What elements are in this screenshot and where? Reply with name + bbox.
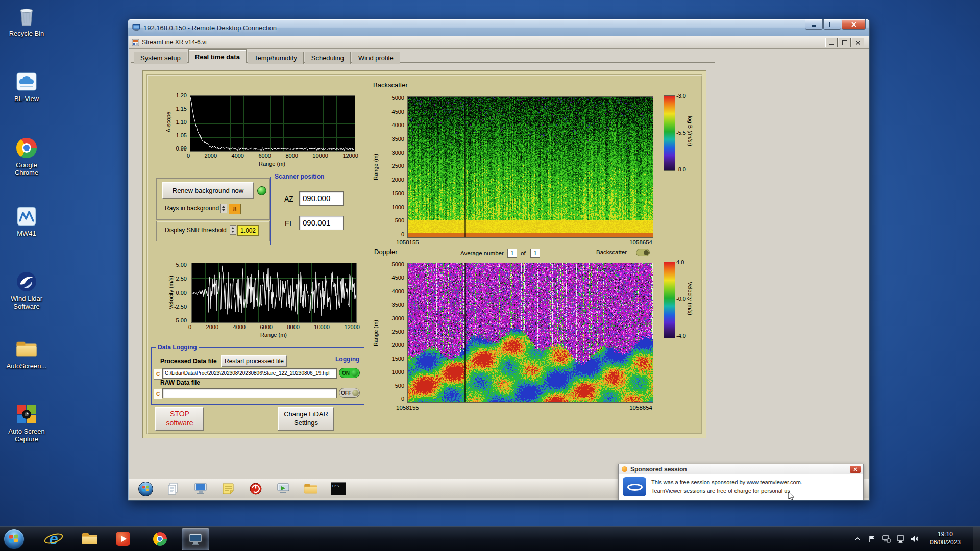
remote-computer-icon[interactable]	[193, 481, 208, 496]
rays-spinner[interactable]	[220, 204, 227, 213]
remote-start-orb[interactable]	[138, 481, 153, 496]
change-button-line2: Settings	[294, 419, 318, 427]
tick-label: -5.00	[174, 317, 187, 323]
remote-power-icon[interactable]	[248, 481, 263, 496]
volume-icon[interactable]	[909, 535, 920, 542]
restart-processed-file-button[interactable]: Restart processed file	[221, 355, 287, 367]
tick-label: 0	[401, 231, 404, 237]
scanner-position-title: Scanner position	[273, 173, 326, 180]
average-count-field[interactable]: 1	[530, 249, 540, 258]
tick-label: 1.05	[176, 132, 187, 138]
desktop-icon-recycle-bin[interactable]: Recycle Bin	[4, 5, 49, 37]
snr-spinner[interactable]	[230, 225, 236, 235]
app-titlebar[interactable]: StreamLine XR v14-6.vi	[129, 36, 869, 49]
desktop-icon-label: AutoScreen...	[4, 362, 49, 370]
tab-temp-humidity[interactable]: Temp/humidity	[248, 52, 304, 64]
rays-value[interactable]: 8	[229, 204, 241, 214]
raw-path-field[interactable]	[162, 388, 337, 398]
renew-background-button[interactable]: Renew background now	[162, 182, 254, 199]
taskbar-explorer[interactable]	[78, 528, 102, 549]
stop-software-button[interactable]: STOP software	[155, 407, 204, 431]
backscatter-colorbar	[664, 95, 675, 171]
backscatter-toggle[interactable]	[636, 249, 650, 256]
remote-folder-icon[interactable]	[303, 481, 318, 496]
toggle-knob	[644, 250, 649, 255]
clock[interactable]: 19:10 06/08/2023	[922, 531, 969, 546]
show-desktop-button[interactable]	[973, 527, 980, 551]
popup-close-button[interactable]	[850, 466, 861, 473]
processed-path-field[interactable]: C:\Lidar\Data\Proc\2023\202308\20230806\…	[162, 368, 337, 379]
doppler-title: Doppler	[374, 248, 398, 256]
sponsored-session-popup: Sponsored session This was a free sessio…	[618, 464, 864, 500]
az-field[interactable]: 090.000	[299, 191, 344, 206]
tab-scheduling[interactable]: Scheduling	[305, 52, 351, 64]
change-lidar-settings-button[interactable]: Change LiDAR Settings	[278, 407, 334, 431]
remote-terminal-icon[interactable]: C:\	[331, 481, 346, 496]
start-button[interactable]	[4, 529, 24, 549]
wind-lidar-icon	[15, 270, 38, 293]
desktop-icon-auto-screen-capture[interactable]: Auto Screen Capture	[4, 403, 49, 443]
desktop-icon-bl-view[interactable]: BL-View	[4, 70, 49, 103]
rdp-maximize-button[interactable]	[823, 19, 841, 30]
toggle-on-label: ON	[342, 370, 350, 376]
app-close-button[interactable]	[852, 38, 864, 47]
tick-label: 1.20	[176, 92, 187, 98]
realtime-panel: A-scope 1.201.151.101.050.99 02000400060…	[142, 70, 706, 438]
el-field[interactable]: 090.001	[299, 216, 344, 230]
remote-capture-icon[interactable]	[276, 481, 291, 496]
tick-label: 3000	[392, 315, 404, 321]
average-number-label: Average number	[460, 250, 504, 256]
of-label: of	[521, 250, 526, 256]
remote-notes-icon[interactable]	[220, 481, 236, 496]
tick-label: 0	[401, 396, 404, 402]
rays-in-background-label: Rays in background	[165, 205, 219, 212]
desktop-icon-wind-lidar[interactable]: Wind Lidar Software	[4, 270, 49, 311]
desktop-icon-mw41[interactable]: MW41	[4, 205, 49, 237]
snr-value[interactable]: 1.002	[237, 225, 259, 236]
bl-view-icon	[15, 70, 38, 93]
rdp-minimize-button[interactable]	[805, 19, 823, 30]
taskbar-rdp-active[interactable]	[182, 528, 209, 550]
taskbar-ie[interactable]: e	[41, 528, 66, 549]
desktop-icon-autoscreen-folder[interactable]: AutoScreen...	[4, 338, 49, 370]
average-number-field[interactable]: 1	[507, 249, 517, 258]
background-led	[257, 186, 266, 195]
scanner-position-group	[270, 177, 364, 245]
desktop-icon-label: Google Chrome	[4, 161, 49, 177]
backscatter-heatmap	[407, 96, 653, 238]
taskbar-media-player[interactable]	[111, 528, 135, 549]
desktop-icon-google-chrome[interactable]: Google Chrome	[4, 137, 49, 177]
mw41-icon	[15, 205, 38, 228]
snr-threshold-label: Display SNR threshold	[165, 227, 227, 234]
tab-system-setup[interactable]: System setup	[134, 52, 187, 64]
ascope-x-tick-labels: 020004000600080001000012000	[187, 153, 358, 159]
action-center-flag-icon[interactable]	[866, 535, 877, 543]
tick-label: 12000	[344, 324, 360, 330]
network-icon[interactable]	[895, 535, 906, 543]
raw-logging-toggle[interactable]: OFF	[339, 388, 360, 398]
popup-titlebar[interactable]: Sponsored session	[619, 464, 863, 474]
tab-real-time-data[interactable]: Real time data	[188, 49, 247, 63]
raw-drive-button[interactable]: C	[154, 389, 162, 399]
taskbar-chrome[interactable]	[148, 528, 172, 549]
app-restore-button[interactable]	[839, 38, 851, 47]
doppler-heatmap	[407, 263, 653, 403]
rdp-window: 192.168.0.150 - Remote Desktop Connectio…	[128, 19, 870, 501]
tick-label: 3000	[392, 149, 404, 156]
processed-logging-toggle[interactable]: ON	[339, 368, 360, 378]
tick-label: -3.0	[676, 93, 686, 99]
tray-expand-chevron[interactable]	[852, 537, 863, 541]
app-minimize-button[interactable]	[825, 38, 838, 47]
tick-label: -0.0	[676, 296, 686, 302]
processed-drive-button[interactable]: C	[154, 369, 162, 380]
rdp-titlebar[interactable]: 192.168.0.150 - Remote Desktop Connectio…	[128, 19, 869, 36]
remote-documents-icon[interactable]	[165, 481, 181, 496]
tab-wind-profile[interactable]: Wind profile	[352, 52, 400, 64]
tick-label: 4000	[392, 122, 404, 128]
tick-label: 12000	[342, 153, 358, 159]
desktop-icon-label: BL-View	[4, 95, 49, 103]
tick-label: 0.00	[176, 290, 187, 296]
tick-label: 500	[395, 383, 404, 389]
remote-session-icon[interactable]	[880, 535, 892, 543]
rdp-close-button[interactable]	[842, 19, 866, 30]
